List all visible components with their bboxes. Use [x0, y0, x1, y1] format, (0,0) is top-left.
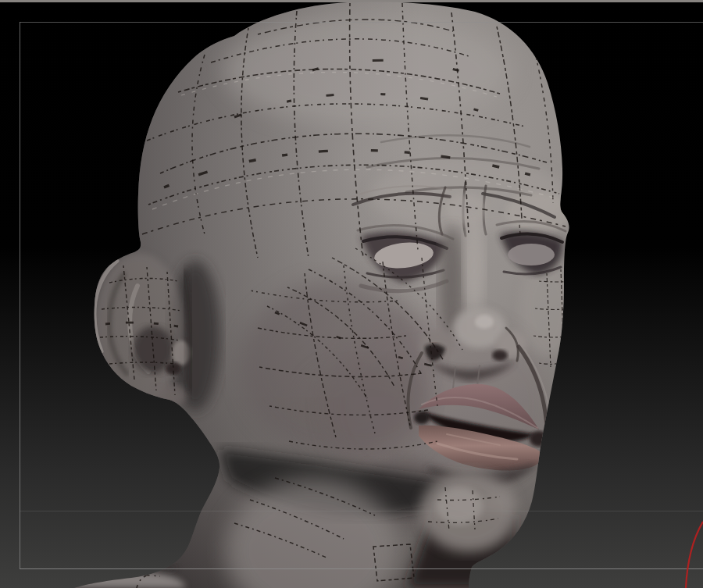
viewport-canvas[interactable] — [0, 0, 703, 588]
right-eyeball — [508, 244, 555, 265]
sculpted-head-model — [0, 0, 703, 588]
scene-render — [0, 0, 703, 588]
right-nostril — [492, 350, 508, 361]
red-arc-indicator — [686, 522, 703, 588]
